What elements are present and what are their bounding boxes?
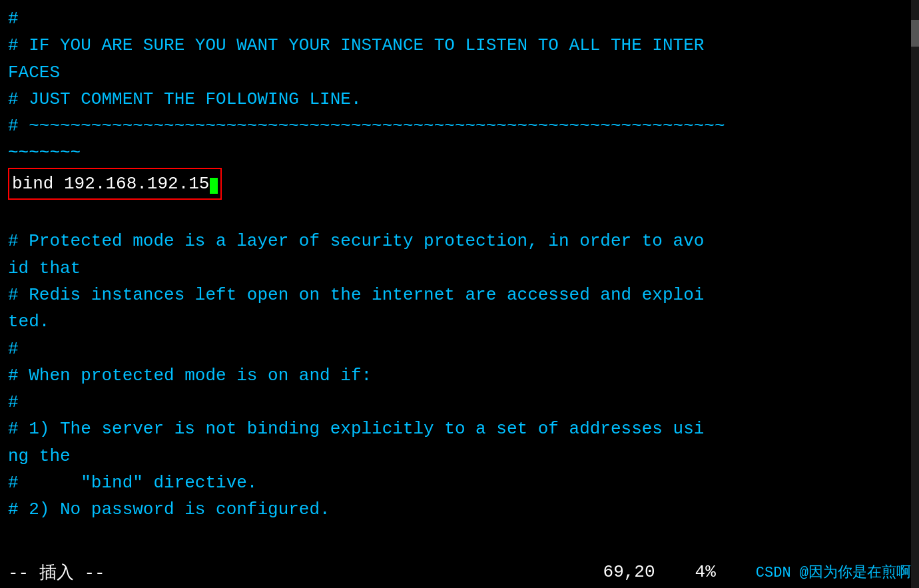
- code-line-9: # Protected mode is a layer of security …: [8, 228, 911, 254]
- status-percent: 4%: [695, 562, 716, 582]
- code-line-13: #: [8, 336, 911, 362]
- highlighted-bind-block: bind 192.168.192.15: [8, 168, 222, 200]
- code-line-10: id that: [8, 255, 911, 282]
- code-line-11: # Redis instances left open on the inter…: [8, 282, 911, 308]
- code-line-4: # JUST COMMENT THE FOLLOWING LINE.: [8, 86, 911, 113]
- cursor: [210, 178, 218, 194]
- code-line-1: #: [8, 5, 911, 32]
- status-source: CSDN @因为你是在煎啊: [756, 562, 911, 582]
- editor-container: # # IF YOU ARE SURE YOU WANT YOUR INSTAN…: [0, 0, 919, 588]
- code-line-15: #: [8, 389, 911, 416]
- status-position: 69,20: [603, 562, 655, 582]
- code-line-14: # When protected mode is on and if:: [8, 362, 911, 389]
- scrollbar-thumb[interactable]: [911, 20, 919, 47]
- status-bar: -- 插入 -- 69,20 4% CSDN @因为你是在煎啊: [0, 556, 919, 588]
- code-area: # # IF YOU ARE SURE YOU WANT YOUR INSTAN…: [0, 0, 919, 556]
- code-line-12: ted.: [8, 308, 911, 335]
- code-line-3: FACES: [8, 59, 911, 86]
- code-line-17: ng the: [8, 443, 911, 469]
- code-line-18: # "bind" directive.: [8, 469, 911, 496]
- code-line-2: # IF YOU ARE SURE YOU WANT YOUR INSTANCE…: [8, 32, 911, 59]
- code-line-19: # 2) No password is configured.: [8, 496, 911, 523]
- status-right: 69,20 4% CSDN @因为你是在煎啊: [603, 562, 911, 582]
- code-line-6: ~~~~~~~: [8, 139, 911, 166]
- scrollbar[interactable]: [911, 0, 919, 588]
- status-mode: -- 插入 --: [8, 561, 105, 584]
- code-line-5: # ~~~~~~~~~~~~~~~~~~~~~~~~~~~~~~~~~~~~~~…: [8, 113, 911, 139]
- code-line-16: # 1) The server is not binding explicitl…: [8, 416, 911, 442]
- bind-line: bind 192.168.192.15: [12, 170, 218, 197]
- code-line-8: [8, 201, 911, 228]
